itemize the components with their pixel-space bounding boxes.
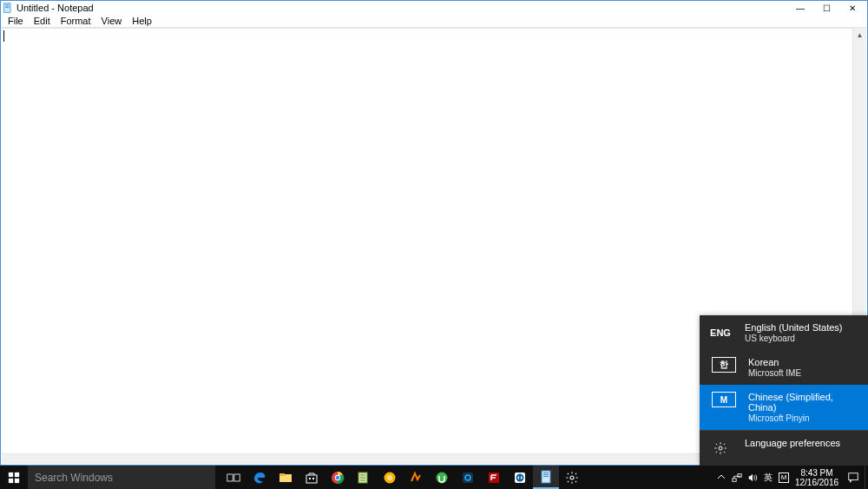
edge-icon[interactable] <box>247 466 273 489</box>
language-keyboard: Microsoft Pinyin <box>748 413 859 423</box>
taskbar: Search Windows <box>0 466 868 489</box>
svg-rect-15 <box>312 478 314 479</box>
svg-point-27 <box>516 473 524 481</box>
svg-rect-7 <box>9 478 13 482</box>
svg-rect-33 <box>733 478 736 480</box>
language-option-english[interactable]: ENG English (United States) US keyboard <box>700 315 868 350</box>
svg-rect-6 <box>15 472 19 476</box>
network-icon[interactable] <box>729 466 745 489</box>
minimize-button[interactable]: — <box>787 1 813 15</box>
svg-rect-12 <box>279 473 285 476</box>
language-preferences-label: Language preferences <box>745 438 840 448</box>
language-name: Chinese (Simplified, China) <box>748 392 859 413</box>
svg-rect-8 <box>15 478 19 482</box>
language-option-korean[interactable]: 한 Korean Microsoft IME <box>700 350 868 385</box>
svg-point-18 <box>336 475 339 479</box>
start-button[interactable] <box>0 466 28 489</box>
notepad-icon <box>3 3 13 13</box>
clock[interactable]: 8:43 PM 12/16/2016 <box>792 468 842 487</box>
svg-rect-1 <box>5 4 10 5</box>
svg-rect-2 <box>5 6 10 7</box>
svg-rect-29 <box>543 472 549 473</box>
svg-point-21 <box>387 475 392 480</box>
svg-rect-14 <box>309 478 311 479</box>
menu-file[interactable]: File <box>3 16 29 26</box>
file-explorer-icon[interactable] <box>273 466 299 489</box>
svg-point-4 <box>719 446 722 450</box>
language-preferences-button[interactable]: Language preferences <box>700 431 868 466</box>
language-code-korean: 한 <box>712 357 736 373</box>
text-caret <box>3 30 4 42</box>
app-icon-potplayer[interactable] <box>377 466 403 489</box>
svg-rect-5 <box>9 472 13 476</box>
chrome-icon[interactable] <box>325 466 351 489</box>
app-icon-winamp[interactable] <box>403 466 429 489</box>
svg-rect-30 <box>543 474 549 475</box>
task-view-button[interactable] <box>220 466 247 489</box>
window-title: Untitled - Notepad <box>16 3 94 13</box>
search-placeholder: Search Windows <box>35 472 113 484</box>
clock-date: 12/16/2016 <box>795 478 838 487</box>
menu-help[interactable]: Help <box>127 16 157 26</box>
language-option-chinese[interactable]: M Chinese (Simplified, China) Microsoft … <box>700 385 868 430</box>
menu-view[interactable]: View <box>96 16 128 26</box>
close-button[interactable]: ✕ <box>839 1 865 15</box>
ime-language-indicator[interactable]: 英 <box>760 466 776 489</box>
language-keyboard: Microsoft IME <box>748 368 801 378</box>
svg-rect-3 <box>5 7 10 8</box>
tray-overflow-icon[interactable] <box>713 466 729 489</box>
app-icon-iobit[interactable] <box>455 466 481 489</box>
svg-rect-10 <box>234 474 240 481</box>
app-icon-utorrent[interactable] <box>429 466 455 489</box>
language-code-chinese: M <box>712 392 736 407</box>
maximize-button[interactable]: ☐ <box>813 1 839 15</box>
clock-time: 8:43 PM <box>800 468 832 478</box>
search-input[interactable]: Search Windows <box>28 466 215 489</box>
svg-rect-13 <box>306 475 317 483</box>
gear-icon <box>708 438 733 459</box>
app-icon-teamviewer[interactable] <box>507 466 533 489</box>
settings-icon[interactable] <box>559 466 585 489</box>
show-desktop-button[interactable] <box>865 466 868 489</box>
action-center-icon[interactable] <box>842 472 865 484</box>
svg-rect-35 <box>849 472 858 479</box>
svg-rect-9 <box>227 474 233 481</box>
app-icon-filezilla[interactable] <box>481 466 507 489</box>
ime-mode-indicator[interactable]: M <box>776 466 792 489</box>
language-keyboard: US keyboard <box>745 334 843 343</box>
language-name: Korean <box>748 357 801 367</box>
svg-rect-31 <box>543 476 549 477</box>
svg-rect-23 <box>463 472 473 483</box>
system-tray: 英 M 8:43 PM 12/16/2016 <box>713 466 868 489</box>
menubar: File Edit Format View Help <box>1 15 867 28</box>
titlebar[interactable]: Untitled - Notepad — ☐ ✕ <box>1 1 867 15</box>
app-icon-notepadpp[interactable] <box>351 466 377 489</box>
scroll-up-icon[interactable]: ▲ <box>853 28 866 42</box>
volume-icon[interactable] <box>745 466 760 489</box>
menu-format[interactable]: Format <box>56 16 96 26</box>
taskbar-pinned-apps <box>220 466 585 489</box>
store-icon[interactable] <box>299 466 325 489</box>
language-code-eng: ENG <box>708 322 733 343</box>
taskbar-app-notepad[interactable] <box>533 466 559 489</box>
svg-point-32 <box>570 476 574 479</box>
menu-edit[interactable]: Edit <box>29 16 56 26</box>
language-name: English (United States) <box>745 322 843 333</box>
language-switcher-flyout: ENG English (United States) US keyboard … <box>700 315 868 466</box>
